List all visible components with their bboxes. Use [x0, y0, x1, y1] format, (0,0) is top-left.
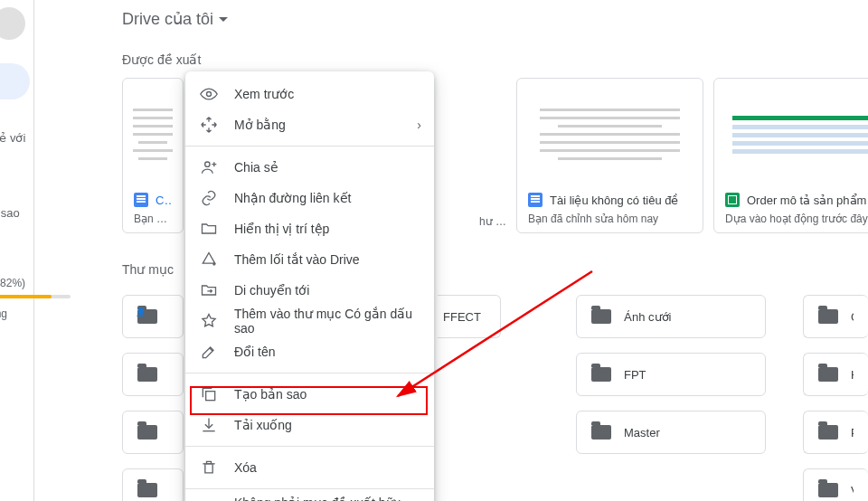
- folder-item[interactable]: C…: [122, 353, 184, 396]
- folder-icon: [818, 483, 838, 497]
- folder-icon: [818, 425, 838, 440]
- section-suggested-label: Được đề xuất: [122, 52, 201, 67]
- menu-label: Xem trước: [234, 87, 294, 101]
- menu-separator: [185, 146, 434, 147]
- open-with-icon: [200, 116, 218, 134]
- folder-icon: [200, 220, 218, 238]
- card-subtitle: Bạn đã chỉnh sửa hôm nay: [517, 211, 703, 232]
- folder-icon: [818, 367, 838, 382]
- suggested-card[interactable]: Tài liệu không có tiêu đề Bạn đã chỉnh s…: [516, 78, 703, 233]
- folder-label: Master: [624, 426, 660, 440]
- folder-item[interactable]: Vi: [803, 468, 868, 501]
- sidebar-item-mydrive[interactable]: tôi: [0, 63, 30, 99]
- trash-icon: [200, 458, 218, 477]
- menu-show-location[interactable]: Hiển thị vị trí tệp: [185, 213, 434, 244]
- avatar[interactable]: [0, 7, 25, 40]
- menu-label: Nhận đường liên kết: [234, 191, 351, 205]
- sidebar-item-shared[interactable]: a sẻ với tôi: [0, 127, 30, 163]
- menu-label: Chia sẻ: [234, 160, 278, 175]
- folder-label: FPT: [624, 368, 646, 382]
- folder-icon: [137, 425, 157, 440]
- thumbnail: [720, 84, 868, 184]
- person-add-icon: [200, 158, 218, 176]
- menu-label: Không phải mục đề xuất hữu ích: [234, 496, 420, 501]
- menu-delete[interactable]: Xóa: [185, 452, 434, 483]
- drive-shortcut-icon: [200, 250, 218, 269]
- eye-icon: [200, 85, 218, 103]
- folder-label: Phần: [851, 426, 854, 440]
- breadcrumb[interactable]: Drive của tôi: [122, 5, 228, 33]
- breadcrumb-label: Drive của tôi: [122, 9, 213, 29]
- copy-icon: [200, 385, 218, 403]
- folder-item[interactable]: Hack: [803, 353, 868, 396]
- menu-label: Thêm vào thư mục Có gắn dấu sao: [234, 307, 420, 336]
- menu-preview[interactable]: Xem trước: [185, 79, 434, 109]
- menu-separator: [185, 373, 434, 373]
- download-icon: [200, 416, 218, 434]
- section-folders-label: Thư mục: [122, 262, 174, 277]
- folder-item[interactable]: [122, 468, 184, 501]
- svg-rect-2: [206, 392, 215, 401]
- card-title: Order mô tả sản phẩm t…: [747, 194, 868, 207]
- menu-add-shortcut[interactable]: Thêm lối tắt vào Drive: [185, 244, 434, 275]
- sidebar-item-label: ấu sao: [0, 206, 20, 220]
- chevron-right-icon: ›: [417, 118, 421, 132]
- storage-bar: [0, 295, 71, 298]
- menu-label: Thêm lối tắt vào Drive: [234, 252, 360, 267]
- docs-icon: [134, 193, 148, 207]
- context-menu: Xem trước Mở bằng › Chia sẻ Nhận đường l…: [185, 71, 434, 501]
- folder-icon: [137, 367, 157, 382]
- menu-download[interactable]: Tải xuống: [185, 410, 434, 440]
- folder-icon: [818, 309, 838, 324]
- menu-label: Di chuyển tới: [234, 283, 309, 298]
- menu-separator: [185, 446, 434, 447]
- folder-icon: [137, 309, 157, 324]
- folder-label: Vi: [851, 484, 854, 497]
- menu-separator: [185, 488, 434, 489]
- menu-share[interactable]: Chia sẻ: [185, 152, 434, 183]
- rename-icon: [200, 343, 218, 361]
- menu-add-starred[interactable]: Thêm vào thư mục Có gắn dấu sao: [185, 306, 434, 336]
- folder-icon: [591, 309, 611, 324]
- thumbnail: [523, 84, 697, 184]
- card-subtitle: Dựa vào hoạt động trước đây: [714, 211, 868, 232]
- card-subtitle: Bạn đã mỏ: [123, 211, 183, 232]
- sidebar-item-label: a sẻ với tôi: [0, 131, 30, 158]
- svg-point-0: [207, 92, 212, 97]
- storage-used-label: ã dùng 82%): [0, 277, 25, 289]
- menu-label: Xóa: [234, 460, 257, 475]
- menu-get-link[interactable]: Nhận đường liên kết: [185, 183, 434, 213]
- folder-label: Ảnh cưới: [624, 310, 671, 324]
- folder-item[interactable]: Phần: [803, 411, 868, 454]
- folder-item[interactable]: H…: [122, 411, 184, 454]
- menu-label: Hiển thị vị trí tệp: [234, 222, 329, 236]
- folder-item[interactable]: FPT: [576, 353, 766, 396]
- menu-not-helpful[interactable]: Không phải mục đề xuất hữu ích: [185, 495, 434, 501]
- folder-item[interactable]: Ảnh cưới: [576, 295, 766, 338]
- menu-label: Tải xuống: [234, 418, 292, 432]
- storage-total-label: GB trong: [0, 307, 7, 320]
- sidebar: tôi a sẻ với tôi ấu sao ã dùng 82%) GB t…: [0, 0, 34, 501]
- suggested-card[interactable]: Chuy Bạn đã mỏ: [122, 78, 184, 233]
- menu-rename[interactable]: Đổi tên: [185, 336, 434, 367]
- folder-icon: [591, 367, 611, 382]
- folder-item[interactable]: Master: [576, 411, 766, 454]
- docs-icon: [528, 193, 542, 207]
- folder-item[interactable]: Came: [803, 295, 868, 338]
- folder-item[interactable]: FFECT: [438, 295, 501, 338]
- thumbnail: [128, 84, 177, 184]
- sidebar-item-starred[interactable]: ấu sao: [0, 194, 30, 231]
- folder-icon: [591, 425, 611, 440]
- folder-item[interactable]: A…: [122, 295, 184, 338]
- card-subtitle: hư …: [479, 215, 506, 228]
- svg-point-1: [205, 162, 210, 166]
- sheets-icon: [725, 193, 740, 207]
- link-icon: [200, 189, 218, 207]
- card-title: Tài liệu không có tiêu đề: [550, 194, 678, 207]
- suggested-card[interactable]: Order mô tả sản phẩm t… Dựa vào hoạt độn…: [713, 78, 868, 233]
- menu-open-with[interactable]: Mở bằng ›: [185, 109, 434, 140]
- menu-label: Tạo bản sao: [234, 387, 307, 402]
- star-icon: [200, 312, 218, 330]
- menu-move-to[interactable]: Di chuyển tới: [185, 275, 434, 306]
- menu-make-copy[interactable]: Tạo bản sao: [185, 379, 434, 410]
